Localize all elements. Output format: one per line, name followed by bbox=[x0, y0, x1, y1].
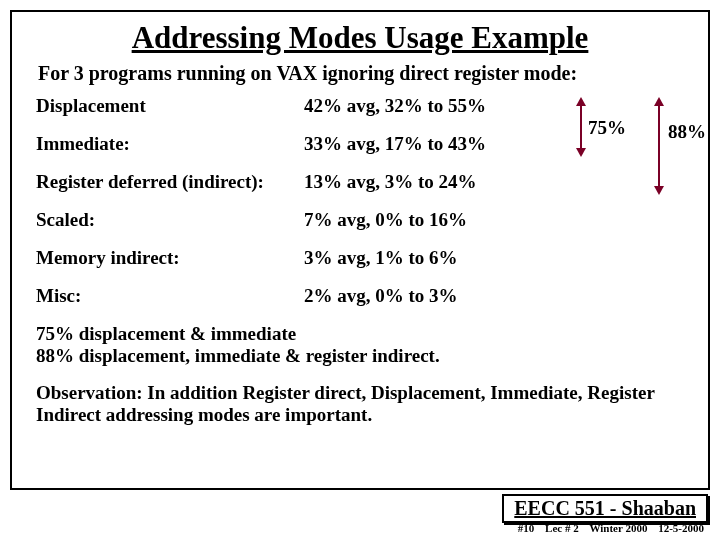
mode-name: Misc: bbox=[36, 285, 304, 307]
table-row: Scaled: 7% avg, 0% to 16% bbox=[36, 209, 688, 231]
footer-term: Winter 2000 bbox=[589, 522, 647, 534]
arrow-label-75: 75% bbox=[588, 117, 626, 139]
mode-name: Register deferred (indirect): bbox=[36, 171, 304, 193]
attribution-box: EECC 551 - Shaaban bbox=[502, 494, 708, 523]
footer-slide-number: #10 bbox=[518, 522, 535, 534]
mode-stat: 7% avg, 0% to 16% bbox=[304, 209, 554, 231]
arrow-down-icon bbox=[654, 186, 664, 195]
arrow-line bbox=[658, 106, 660, 186]
table-row: Displacement 42% avg, 32% to 55% bbox=[36, 95, 688, 117]
arrow-down-icon bbox=[576, 148, 586, 157]
table-row: Memory indirect: 3% avg, 1% to 6% bbox=[36, 247, 688, 269]
arrow-88 bbox=[654, 97, 664, 195]
arrow-label-88: 88% bbox=[668, 121, 706, 143]
slide-frame: Addressing Modes Usage Example For 3 pro… bbox=[10, 10, 710, 490]
mode-name: Displacement bbox=[36, 95, 304, 117]
mode-stat: 42% avg, 32% to 55% bbox=[304, 95, 554, 117]
arrow-line bbox=[580, 106, 582, 148]
summary-line: 75% displacement & immediate bbox=[36, 323, 688, 345]
arrow-75 bbox=[576, 97, 586, 157]
slide-footer: #10 Lec # 2 Winter 2000 12-5-2000 bbox=[510, 522, 704, 534]
table-row: Misc: 2% avg, 0% to 3% bbox=[36, 285, 688, 307]
slide-title: Addressing Modes Usage Example bbox=[32, 20, 688, 56]
slide-subtitle: For 3 programs running on VAX ignoring d… bbox=[38, 62, 688, 85]
mode-stat: 2% avg, 0% to 3% bbox=[304, 285, 554, 307]
footer-date: 12-5-2000 bbox=[658, 522, 704, 534]
arrow-up-icon bbox=[654, 97, 664, 106]
observation-text: Observation: In addition Register direct… bbox=[36, 382, 688, 427]
table-row: Register deferred (indirect): 13% avg, 3… bbox=[36, 171, 688, 193]
arrow-up-icon bbox=[576, 97, 586, 106]
mode-name: Memory indirect: bbox=[36, 247, 304, 269]
mode-stat: 3% avg, 1% to 6% bbox=[304, 247, 554, 269]
mode-stat: 33% avg, 17% to 43% bbox=[304, 133, 554, 155]
summary-block: 75% displacement & immediate 88% displac… bbox=[36, 323, 688, 368]
footer-lecture: Lec # 2 bbox=[545, 522, 579, 534]
modes-table: Displacement 42% avg, 32% to 55% Immedia… bbox=[36, 95, 688, 307]
summary-line: 88% displacement, immediate & register i… bbox=[36, 345, 688, 367]
mode-name: Immediate: bbox=[36, 133, 304, 155]
mode-stat: 13% avg, 3% to 24% bbox=[304, 171, 554, 193]
mode-name: Scaled: bbox=[36, 209, 304, 231]
